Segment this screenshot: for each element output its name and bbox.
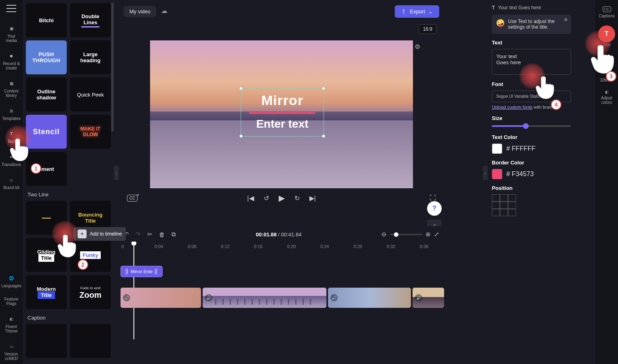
nav-version[interactable]: ▭ Version ccfd61f bbox=[2, 339, 21, 364]
upload-fonts-link[interactable]: Upload custom fonts bbox=[492, 105, 532, 109]
speaker-icon[interactable]: 🔊 bbox=[205, 294, 212, 301]
captions-toggle-icon[interactable]: CC bbox=[127, 195, 138, 202]
style-modern-title[interactable]: ModernTitle bbox=[26, 275, 67, 309]
gear-icon[interactable]: ⚙ bbox=[415, 43, 420, 50]
style-stencil[interactable]: Stencil bbox=[26, 115, 67, 149]
size-slider[interactable] bbox=[492, 125, 571, 127]
clip-grip-left[interactable] bbox=[126, 269, 128, 274]
clip-grip-right[interactable] bbox=[155, 269, 157, 274]
resize-handle[interactable] bbox=[322, 87, 325, 90]
speaker-icon[interactable]: 🔊 bbox=[330, 294, 338, 301]
zoom-out-button[interactable]: ⊖ bbox=[381, 231, 387, 238]
pos-mr[interactable] bbox=[508, 202, 516, 209]
export-button[interactable]: ⭱ Export ⌄ bbox=[395, 5, 439, 18]
help-button[interactable]: ? bbox=[427, 201, 442, 216]
rewind-button[interactable]: ↺ bbox=[264, 194, 269, 202]
cloud-sync-icon[interactable]: ☁ bbox=[161, 7, 170, 16]
fit-button[interactable]: ⤢ bbox=[434, 231, 439, 238]
text-selection-box[interactable]: Mirror Enter text bbox=[241, 88, 324, 137]
style-bouncing-title[interactable]: BouncingTitle bbox=[70, 201, 111, 235]
position-label: Position bbox=[492, 185, 571, 191]
video-clip[interactable]: 🔊 bbox=[203, 288, 326, 308]
video-clip[interactable]: 🔊 bbox=[328, 288, 411, 308]
project-name[interactable]: My video bbox=[124, 6, 156, 17]
rr-text[interactable]: T Text bbox=[597, 23, 616, 49]
nav-templates[interactable]: ⊞ Templates bbox=[2, 103, 21, 124]
style-outline-shadow[interactable]: Outlineshadow bbox=[26, 78, 67, 112]
style-double-lines[interactable]: DoubleLines bbox=[70, 3, 111, 37]
style-ement[interactable]: ement bbox=[26, 152, 67, 186]
nav-languages[interactable]: 🌐 Languages bbox=[2, 271, 21, 291]
prev-frame-button[interactable]: |◀ bbox=[247, 194, 254, 202]
zoom-in-button[interactable]: ⊕ bbox=[425, 231, 431, 238]
clip-label: Mirror Ente bbox=[131, 269, 152, 274]
collapse-right-icon[interactable]: › bbox=[483, 166, 488, 180]
timeline-ruler[interactable]: 0 0:04 0:08 0:12 0:16 0:20 0:24 0:28 0:3… bbox=[119, 242, 444, 252]
styles-scrollbar[interactable] bbox=[111, 2, 114, 132]
next-frame-button[interactable]: ▶| bbox=[309, 194, 316, 202]
style-label: GLOW bbox=[83, 132, 98, 137]
rr-adjust-colors[interactable]: ◐ Adjust colors bbox=[597, 87, 616, 107]
zoom-slider[interactable] bbox=[390, 234, 422, 235]
position-grid bbox=[492, 194, 571, 216]
nav-record[interactable]: ⏺ Record & create bbox=[2, 48, 21, 74]
style-gliding-title[interactable]: GlidingTitle bbox=[26, 238, 67, 272]
pos-br[interactable] bbox=[508, 209, 516, 216]
pos-ml[interactable] bbox=[492, 202, 500, 209]
undo-button[interactable]: ↶ bbox=[124, 231, 129, 238]
delete-button[interactable]: 🗑 bbox=[159, 231, 165, 238]
style-caption-1[interactable] bbox=[26, 324, 67, 358]
style-funky[interactable]: Funky bbox=[70, 238, 111, 272]
style-caption-2[interactable] bbox=[70, 324, 111, 358]
nav-transitions[interactable]: ⇄ Transitions bbox=[2, 149, 21, 170]
redo-button[interactable]: ↷ bbox=[135, 231, 141, 238]
nav-brand-kit[interactable]: ◇ Brand kit bbox=[2, 173, 21, 193]
text-color-swatch[interactable] bbox=[492, 143, 502, 154]
duplicate-button[interactable]: ⧉ bbox=[171, 231, 176, 238]
style-two-line-dash[interactable]: — bbox=[26, 201, 67, 235]
resize-handle[interactable] bbox=[322, 135, 325, 138]
speaker-icon[interactable]: 🔊 bbox=[415, 294, 422, 301]
rr-effects[interactable]: ✦ Effects bbox=[597, 69, 616, 85]
video-clip[interactable]: 🔊 bbox=[413, 288, 444, 308]
slider-thumb[interactable] bbox=[523, 123, 529, 129]
style-make-it-glow[interactable]: MAKE ITGLOW bbox=[70, 115, 111, 149]
speaker-icon[interactable]: 🔊 bbox=[123, 294, 130, 301]
font-select[interactable]: Segoe UI Variable Static Di... bbox=[492, 90, 571, 102]
text-clip[interactable]: Mirror Ente bbox=[121, 266, 163, 277]
menu-icon[interactable] bbox=[6, 5, 16, 12]
text-input[interactable] bbox=[492, 49, 571, 75]
style-bitchi[interactable]: Bitchi bbox=[26, 3, 67, 37]
pos-tc[interactable] bbox=[500, 194, 508, 202]
pos-tl[interactable] bbox=[492, 194, 500, 202]
resize-handle[interactable] bbox=[239, 87, 243, 90]
rr-filters[interactable]: ◎ Filters bbox=[597, 52, 616, 67]
split-button[interactable]: ✂ bbox=[147, 231, 152, 238]
aspect-ratio[interactable]: 16:9 bbox=[419, 24, 437, 34]
style-fade-zoom[interactable]: Fade in andZoom bbox=[70, 275, 111, 309]
video-clip[interactable]: 🔊 bbox=[121, 288, 201, 308]
resize-handle[interactable] bbox=[239, 135, 243, 138]
nav-your-media[interactable]: ▣ Your media bbox=[2, 21, 21, 46]
style-push-through[interactable]: PUSH THROUGH bbox=[26, 40, 67, 74]
pos-bc[interactable] bbox=[500, 209, 508, 216]
nav-text[interactable]: T Text bbox=[2, 126, 21, 147]
video-preview[interactable]: Mirror Enter text bbox=[150, 40, 413, 188]
fullscreen-button[interactable]: ⛶ bbox=[430, 194, 436, 202]
nav-feature-flags[interactable]: Feature Flags bbox=[2, 294, 21, 309]
border-color-swatch[interactable] bbox=[492, 169, 502, 179]
nav-fluent-theme[interactable]: ◐ Fluent Theme bbox=[2, 311, 21, 337]
pos-bl[interactable] bbox=[492, 209, 500, 216]
style-label: shadow bbox=[36, 95, 56, 101]
style-quick-peek[interactable]: Quick Peek bbox=[70, 78, 111, 112]
nav-content-library[interactable]: ▦ Content library bbox=[2, 76, 21, 101]
play-button[interactable]: ▶ bbox=[279, 193, 285, 203]
style-large-heading[interactable]: Largeheading bbox=[70, 40, 111, 74]
zoom-thumb[interactable] bbox=[394, 232, 398, 237]
forward-button[interactable]: ↻ bbox=[294, 194, 300, 202]
close-icon[interactable]: ✕ bbox=[564, 17, 568, 23]
pos-mc[interactable] bbox=[500, 202, 508, 209]
pos-tr[interactable] bbox=[508, 194, 516, 202]
rr-captions[interactable]: CC Captions bbox=[597, 4, 616, 21]
collapse-left-icon[interactable]: ‹ bbox=[114, 166, 119, 180]
